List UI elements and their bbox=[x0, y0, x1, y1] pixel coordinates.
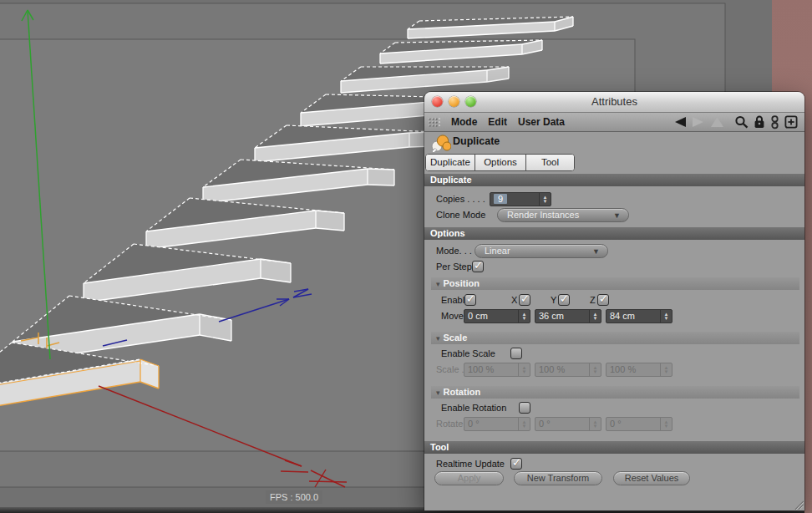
panel-titlebar[interactable]: Attributes bbox=[424, 92, 804, 113]
menu-edit[interactable]: Edit bbox=[488, 116, 507, 128]
realtime-update-checkbox[interactable]: ✓ bbox=[510, 458, 522, 470]
back-icon[interactable] bbox=[673, 116, 687, 128]
move-z-stepper[interactable]: ▲▼ bbox=[660, 310, 672, 323]
enable-rotation-checkbox[interactable] bbox=[519, 402, 530, 414]
chevron-down-icon: ▼ bbox=[613, 210, 621, 222]
copies-label: Copies . . . . bbox=[436, 191, 485, 207]
z-label: Z bbox=[590, 292, 596, 308]
menu-user-data[interactable]: User Data bbox=[518, 116, 565, 128]
mode-label: Mode. . . bbox=[436, 243, 472, 259]
rotate-b-stepper: ▲▼ bbox=[660, 418, 672, 430]
x-checkbox[interactable]: ✓ bbox=[519, 294, 530, 306]
search-icon[interactable] bbox=[734, 115, 749, 129]
fps-readout: FPS : 500.0 bbox=[266, 490, 322, 504]
panel-body: Duplicate Duplicate Options Tool Duplica… bbox=[424, 132, 804, 510]
buttons-row: Apply New Transform Reset Values bbox=[424, 471, 804, 487]
position-enable-row: Enable ✓ X ✓ Y ✓ Z ✓ bbox=[424, 292, 804, 308]
section-header-duplicate[interactable]: Duplicate bbox=[424, 174, 804, 186]
copies-field[interactable]: 9 ▲▼ bbox=[490, 192, 551, 206]
scale-z-stepper: ▲▼ bbox=[660, 363, 672, 376]
reset-values-button[interactable]: Reset Values bbox=[613, 471, 690, 485]
apply-button[interactable]: Apply bbox=[434, 471, 504, 485]
attributes-panel: Attributes Mode Edit User Data bbox=[424, 92, 804, 510]
mode-row: Mode. . . Linear ▼ bbox=[424, 243, 804, 259]
mode-dropdown[interactable]: Linear ▼ bbox=[475, 244, 608, 258]
realtime-update-label: Realtime Update bbox=[436, 456, 505, 472]
enable-scale-label: Enable Scale bbox=[441, 346, 495, 362]
move-y-field[interactable]: 36 cm ▲▼ bbox=[535, 309, 601, 323]
enable-scale-checkbox[interactable] bbox=[510, 348, 522, 359]
y-label: Y bbox=[551, 292, 556, 308]
y-checkbox[interactable]: ✓ bbox=[558, 294, 570, 306]
move-y-stepper[interactable]: ▲▼ bbox=[589, 310, 601, 323]
slab-side[interactable] bbox=[316, 211, 344, 231]
up-arrow-icon[interactable] bbox=[710, 116, 724, 128]
rotate-h-field: 0 ° ▲▼ bbox=[464, 417, 530, 431]
rotate-values-row: Rotate . . . . . . . . 0 ° ▲▼ 0 ° ▲▼ 0 °… bbox=[424, 416, 804, 432]
move-x-field[interactable]: 0 cm ▲▼ bbox=[464, 309, 530, 323]
collapse-triangle-icon: ▾ bbox=[436, 389, 440, 397]
menu-mode[interactable]: Mode bbox=[451, 116, 477, 128]
rotate-h-stepper: ▲▼ bbox=[518, 418, 530, 430]
tab-options[interactable]: Options bbox=[475, 155, 525, 170]
subsection-scale[interactable]: ▾Scale bbox=[431, 332, 799, 344]
chevron-down-icon: ▼ bbox=[592, 246, 600, 258]
copies-value: 9 bbox=[494, 194, 507, 204]
scale-y-stepper: ▲▼ bbox=[589, 363, 601, 376]
collapse-triangle-icon: ▾ bbox=[436, 280, 440, 288]
per-step-checkbox[interactable]: ✓ bbox=[472, 261, 484, 272]
collapse-triangle-icon: ▾ bbox=[436, 334, 440, 343]
subsection-position[interactable]: ▾Position bbox=[431, 277, 799, 290]
panel-title: Attributes bbox=[424, 92, 804, 112]
rings-icon[interactable] bbox=[770, 115, 779, 130]
per-step-label: Per Step bbox=[436, 259, 472, 275]
clone-mode-dropdown[interactable]: Render Instances ▼ bbox=[497, 208, 629, 222]
tab-bar: Duplicate Options Tool bbox=[425, 154, 575, 171]
x-label: X bbox=[511, 292, 517, 308]
scale-y-field: 100 % ▲▼ bbox=[535, 363, 601, 377]
rotate-b-field: 0 ° ▲▼ bbox=[606, 417, 672, 431]
copies-row: Copies . . . . 9 ▲▼ bbox=[424, 191, 804, 207]
enable-checkbox[interactable]: ✓ bbox=[464, 294, 476, 306]
scale-z-field: 100 % ▲▼ bbox=[606, 363, 672, 377]
clone-mode-row: Clone Mode Render Instances ▼ bbox=[424, 207, 804, 223]
enable-rotation-label: Enable Rotation bbox=[441, 400, 506, 416]
add-panel-icon[interactable] bbox=[784, 115, 798, 129]
resize-grip[interactable] bbox=[793, 499, 804, 510]
panel-menubar: Mode Edit User Data bbox=[424, 113, 804, 132]
x-axis-label bbox=[309, 481, 347, 482]
realtime-row: Realtime Update ✓ bbox=[424, 456, 804, 472]
rotate-p-field: 0 ° ▲▼ bbox=[535, 417, 601, 431]
tab-tool[interactable]: Tool bbox=[525, 155, 574, 170]
move-x-stepper[interactable]: ▲▼ bbox=[518, 310, 530, 323]
section-header-tool[interactable]: Tool bbox=[424, 441, 804, 454]
scale-x-stepper: ▲▼ bbox=[518, 363, 530, 376]
move-row: Move 0 cm ▲▼ 36 cm ▲▼ 84 cm ▲▼ bbox=[424, 308, 804, 324]
subsection-rotation[interactable]: ▾Rotation bbox=[431, 386, 799, 399]
move-label: Move bbox=[441, 308, 464, 324]
clone-mode-label: Clone Mode bbox=[436, 207, 485, 223]
lock-icon[interactable] bbox=[754, 115, 765, 129]
tool-header: Duplicate bbox=[424, 134, 804, 154]
slab-side[interactable] bbox=[368, 169, 394, 185]
z-checkbox[interactable]: ✓ bbox=[597, 294, 609, 306]
move-z-field[interactable]: 84 cm ▲▼ bbox=[606, 309, 672, 323]
x-axis-arrow bbox=[281, 471, 308, 472]
scale-x-field: 100 % ▲▼ bbox=[464, 363, 530, 377]
section-header-options[interactable]: Options bbox=[424, 227, 804, 240]
rotate-p-stepper: ▲▼ bbox=[589, 418, 601, 430]
duplicate-tool-icon bbox=[428, 134, 451, 154]
per-step-row: Per Step ✓ bbox=[424, 259, 804, 275]
enable-rotation-row: Enable Rotation bbox=[424, 400, 804, 416]
edge bbox=[368, 185, 394, 185]
forward-icon[interactable] bbox=[692, 116, 705, 128]
new-transform-button[interactable]: New Transform bbox=[514, 471, 602, 485]
tab-duplicate[interactable]: Duplicate bbox=[426, 155, 475, 170]
tool-name: Duplicate bbox=[453, 134, 500, 150]
copies-stepper[interactable]: ▲▼ bbox=[539, 193, 551, 206]
application-window: { "window": { "title": "Attributes" }, "… bbox=[0, 0, 812, 513]
enable-scale-row: Enable Scale bbox=[424, 346, 804, 362]
scale-values-row: Scale . . . . . . 100 % ▲▼ 100 % ▲▼ 100 … bbox=[424, 362, 804, 378]
drag-grip-icon[interactable] bbox=[428, 117, 440, 127]
